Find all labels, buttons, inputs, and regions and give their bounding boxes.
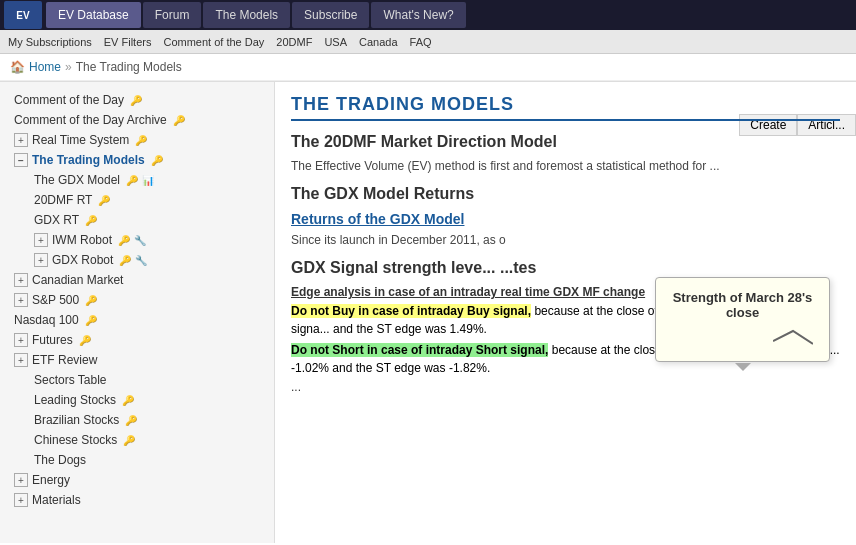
sidebar-label: Real Time System — [32, 133, 129, 147]
collapse-icon[interactable]: − — [14, 153, 28, 167]
lock-icon: 🔑 — [151, 155, 163, 166]
sidebar-label: GDX Robot — [52, 253, 113, 267]
expand-icon[interactable]: + — [14, 473, 28, 487]
nav-whats-new[interactable]: What's New? — [371, 2, 465, 28]
sidebar-label: Chinese Stocks — [34, 433, 117, 447]
edge-line-1-highlight: Do not Buy in case of intraday Buy signa… — [291, 304, 531, 318]
secnav-usa[interactable]: USA — [324, 36, 347, 48]
lock-icon: 🔑 — [135, 135, 147, 146]
sidebar-label: S&P 500 — [32, 293, 79, 307]
section1-heading: The 20DMF Market Direction Model — [291, 133, 840, 151]
sidebar-item-canadian-market[interactable]: + Canadian Market — [0, 270, 274, 290]
content-dots: ... — [291, 380, 840, 394]
secnav-20dmf[interactable]: 20DMF — [276, 36, 312, 48]
nav-subscribe[interactable]: Subscribe — [292, 2, 369, 28]
lock-icon: 🔑 — [130, 95, 142, 106]
lock-icon: 🔑 — [85, 295, 97, 306]
sidebar-label: The GDX Model — [34, 173, 120, 187]
tooltip-bubble: Strength of March 28's close — [655, 277, 830, 362]
breadcrumb-home[interactable]: Home — [29, 60, 61, 74]
secnav-faq[interactable]: FAQ — [410, 36, 432, 48]
sidebar: Comment of the Day 🔑 Comment of the Day … — [0, 82, 275, 543]
sidebar-item-real-time-system[interactable]: + Real Time System 🔑 — [0, 130, 274, 150]
expand-icon[interactable]: + — [14, 353, 28, 367]
breadcrumb-current: The Trading Models — [76, 60, 182, 74]
section1-text: The Effective Volume (EV) method is firs… — [291, 157, 840, 175]
expand-icon[interactable]: + — [14, 333, 28, 347]
breadcrumb: 🏠 Home » The Trading Models — [0, 54, 856, 81]
page-title: THE TRADING MODELS — [291, 94, 840, 121]
secnav-comment-of-the-day[interactable]: Comment of the Day — [163, 36, 264, 48]
tooltip-text: Strength of March 28's close — [673, 290, 813, 320]
sidebar-item-gdx-robot[interactable]: + GDX Robot 🔑 🔧 — [24, 250, 274, 270]
sidebar-label: Nasdaq 100 — [14, 313, 79, 327]
sidebar-label: GDX RT — [34, 213, 79, 227]
secondary-navigation: My Subscriptions EV Filters Comment of t… — [0, 30, 856, 54]
sidebar-item-sectors-table[interactable]: Sectors Table — [24, 370, 274, 390]
sidebar-label: Comment of the Day — [14, 93, 124, 107]
sidebar-item-iwm-robot[interactable]: + IWM Robot 🔑 🔧 — [24, 230, 274, 250]
sidebar-label: Energy — [32, 473, 70, 487]
sidebar-label: Brazilian Stocks — [34, 413, 119, 427]
top-navigation: EV EV Database Forum The Models Subscrib… — [0, 0, 856, 30]
chart-icon: 📊 — [142, 175, 154, 186]
section3-heading: GDX Signal strength leve... ...tes — [291, 259, 840, 277]
lock-icon: 🔑 — [119, 255, 131, 266]
sidebar-item-20dmf-rt[interactable]: 20DMF RT 🔑 — [24, 190, 274, 210]
sidebar-item-comment-archive[interactable]: Comment of the Day Archive 🔑 — [0, 110, 274, 130]
sidebar-label: 20DMF RT — [34, 193, 92, 207]
main-layout: Comment of the Day 🔑 Comment of the Day … — [0, 82, 856, 543]
sidebar-label: The Dogs — [34, 453, 86, 467]
lock-icon: 🔑 — [118, 235, 130, 246]
sidebar-label: IWM Robot — [52, 233, 112, 247]
expand-icon[interactable]: + — [14, 493, 28, 507]
robot-icon: 🔧 — [134, 235, 146, 246]
sidebar-item-the-dogs[interactable]: The Dogs — [24, 450, 274, 470]
sidebar-item-gdx-model[interactable]: The GDX Model 🔑 📊 — [24, 170, 274, 190]
lock-icon: 🔑 — [85, 215, 97, 226]
sidebar-label: The Trading Models — [32, 153, 145, 167]
sidebar-label: Canadian Market — [32, 273, 123, 287]
edge-line-2-highlight: Do not Short in case of intraday Short s… — [291, 343, 548, 357]
sidebar-item-etf-review[interactable]: + ETF Review — [0, 350, 274, 370]
lock-icon: 🔑 — [98, 195, 110, 206]
sidebar-item-gdx-rt[interactable]: GDX RT 🔑 — [24, 210, 274, 230]
lock-icon: 🔑 — [173, 115, 185, 126]
nav-ev-database[interactable]: EV Database — [46, 2, 141, 28]
expand-icon[interactable]: + — [14, 273, 28, 287]
sidebar-label: Futures — [32, 333, 73, 347]
section2-text: Since its launch in December 2011, as o — [291, 231, 840, 249]
secnav-canada[interactable]: Canada — [359, 36, 398, 48]
sidebar-item-comment-of-the-day[interactable]: Comment of the Day 🔑 — [0, 90, 274, 110]
lock-icon: 🔑 — [125, 415, 137, 426]
sidebar-label: Comment of the Day Archive — [14, 113, 167, 127]
expand-icon[interactable]: + — [34, 233, 48, 247]
secnav-ev-filters[interactable]: EV Filters — [104, 36, 152, 48]
nav-the-models[interactable]: The Models — [203, 2, 290, 28]
section2-subheading: Returns of the GDX Model — [291, 211, 840, 227]
sidebar-item-sp500[interactable]: + S&P 500 🔑 — [0, 290, 274, 310]
expand-icon[interactable]: + — [14, 293, 28, 307]
sidebar-item-futures[interactable]: + Futures 🔑 — [0, 330, 274, 350]
sidebar-item-trading-models[interactable]: − The Trading Models 🔑 — [0, 150, 274, 170]
lock-icon: 🔑 — [79, 335, 91, 346]
ev-logo: EV — [4, 1, 42, 29]
sidebar-item-nasdaq100[interactable]: Nasdaq 100 🔑 — [0, 310, 274, 330]
nav-forum[interactable]: Forum — [143, 2, 202, 28]
sidebar-item-chinese-stocks[interactable]: Chinese Stocks 🔑 — [24, 430, 274, 450]
lock-icon: 🔑 — [126, 175, 138, 186]
content-area: THE TRADING MODELS The 20DMF Market Dire… — [275, 82, 856, 543]
breadcrumb-separator: » — [65, 60, 72, 74]
lock-icon: 🔑 — [122, 395, 134, 406]
sidebar-sub-trading-models: The GDX Model 🔑 📊 20DMF RT 🔑 GDX RT 🔑 + … — [0, 170, 274, 270]
sidebar-item-brazilian-stocks[interactable]: Brazilian Stocks 🔑 — [24, 410, 274, 430]
sidebar-item-energy[interactable]: + Energy — [0, 470, 274, 490]
gdx-returns-link[interactable]: Returns of the GDX Model — [291, 211, 464, 227]
sidebar-item-materials[interactable]: + Materials — [0, 490, 274, 510]
arrow-icon — [773, 326, 813, 346]
sidebar-item-leading-stocks[interactable]: Leading Stocks 🔑 — [24, 390, 274, 410]
sidebar-label: Sectors Table — [34, 373, 107, 387]
secnav-my-subscriptions[interactable]: My Subscriptions — [8, 36, 92, 48]
expand-icon[interactable]: + — [34, 253, 48, 267]
expand-icon[interactable]: + — [14, 133, 28, 147]
